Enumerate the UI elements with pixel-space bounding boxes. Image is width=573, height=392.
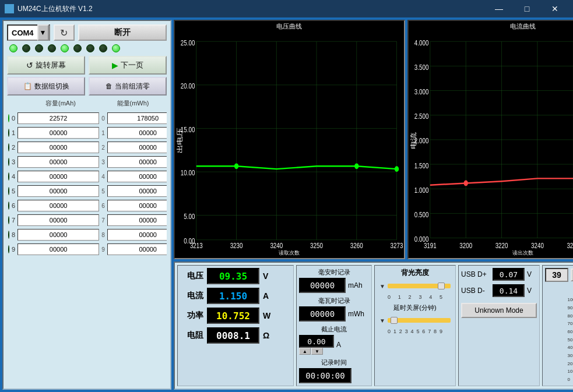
eng-input-3[interactable]	[107, 156, 167, 168]
row-num-6: 6	[12, 202, 15, 209]
row-num-1: 1	[12, 129, 15, 136]
maximize-button[interactable]: □	[514, 0, 540, 17]
data-rows: 0 0 1 1 2 2	[7, 111, 167, 385]
delay-thumb[interactable]	[391, 317, 398, 324]
indicator-6	[86, 44, 94, 52]
minimize-button[interactable]: —	[486, 0, 512, 17]
bl-track	[388, 284, 451, 288]
main-content: COM4 ▼ ↻ 断开 ↺	[0, 17, 573, 392]
indicator-4	[61, 44, 69, 52]
cap-input-1[interactable]	[17, 127, 99, 139]
usb-dm-unit: V	[527, 287, 532, 295]
eng-input-0[interactable]	[107, 112, 167, 124]
table-row: 8 8	[7, 228, 167, 242]
current-label: 电流	[180, 291, 203, 301]
row-num-8: 8	[12, 231, 15, 238]
usb-dm-row: USB D- V	[461, 284, 537, 297]
mwh-block: 毫瓦时记录 mWh	[299, 296, 369, 322]
cutoff-up[interactable]: ▲	[299, 348, 311, 355]
usb-dp-row: USB D+ V	[461, 268, 537, 281]
rotate-screen-label: 旋转屏幕	[36, 60, 66, 70]
eng-input-5[interactable]	[107, 185, 167, 197]
thermometer-panel: 39 °C 102 °F 0 10 20 30	[542, 265, 573, 386]
time-block: 记录时间	[299, 358, 369, 383]
com-port-dropdown[interactable]: ▼	[37, 24, 49, 41]
table-row: 7 7	[7, 213, 167, 227]
cap-input-6[interactable]	[17, 200, 99, 211]
svg-text:3213: 3213	[190, 242, 203, 249]
svg-text:3250: 3250	[310, 242, 323, 249]
cutoff-spinbox: ▲ ▼	[299, 335, 334, 355]
cap-input-7[interactable]	[17, 214, 99, 226]
window-controls: — □ ✕	[486, 0, 568, 17]
svg-text:25.00: 25.00	[181, 38, 195, 47]
eng-input-4[interactable]	[107, 171, 167, 182]
cap-header: 容量(mAh)	[29, 99, 92, 108]
rotate-screen-button[interactable]: ↺ 旋转屏幕	[7, 56, 85, 75]
svg-text:3.500: 3.500	[414, 63, 429, 72]
row-num-4: 4	[12, 173, 15, 180]
cutoff-block: 截止电流 ▲ ▼ A	[299, 325, 369, 355]
c-scale: 0 10 20 30 40 50 60 70 80 90 100	[567, 296, 573, 383]
eng-input-7[interactable]	[107, 214, 167, 226]
voltage-display: 09.35	[207, 268, 259, 284]
mwh-input[interactable]	[299, 306, 346, 322]
backlight-title: 背光亮度	[377, 268, 453, 278]
eng-input-1[interactable]	[107, 127, 167, 139]
indicator-3	[48, 44, 56, 52]
eng-input-9[interactable]	[107, 243, 167, 255]
power-value: 10.752	[216, 310, 250, 322]
row-num-7: 7	[12, 217, 15, 224]
cap-input-4[interactable]	[17, 171, 99, 182]
clear-group-label: 当前组清零	[115, 82, 150, 91]
data-switch-button[interactable]: 📋 数据组切换	[7, 77, 85, 96]
title-bar: UM24C上位机软件 V1.2 — □ ✕	[0, 0, 573, 17]
cutoff-label: 截止电流	[299, 325, 369, 334]
eng-input-8[interactable]	[107, 229, 167, 241]
app-icon	[5, 4, 14, 13]
refresh-button[interactable]: ↻	[54, 24, 75, 41]
svg-text:3200: 3200	[459, 242, 472, 249]
row-indicator-4	[8, 172, 9, 181]
bl-thumb[interactable]	[438, 282, 445, 289]
cap-input-9[interactable]	[17, 243, 99, 255]
eng-input-2[interactable]	[107, 142, 167, 153]
cap-input-0[interactable]	[17, 112, 99, 124]
delay-scale-labels: 0 1 2 3 4 5 6 7 8 9	[377, 329, 453, 334]
next-page-label: 下一页	[121, 60, 143, 70]
power-display: 10.752	[207, 308, 259, 324]
eng-input-6[interactable]	[107, 200, 167, 211]
indicator-8	[112, 44, 120, 52]
rotate-icon: ↺	[26, 61, 33, 70]
close-button[interactable]: ✕	[542, 0, 568, 17]
disconnect-button[interactable]: 断开	[78, 24, 167, 41]
celsius-value: 39	[545, 268, 568, 282]
mwh-label: 毫瓦时记录	[299, 296, 369, 305]
cutoff-input[interactable]	[299, 335, 334, 348]
clear-group-button[interactable]: 🗑 当前组清零	[89, 77, 167, 96]
mah-input[interactable]	[299, 278, 346, 293]
thermo-display: 0 10 20 30 40 50 60 70 80 90 100	[567, 284, 573, 383]
resistance-row: 电阻 0008.1 Ω	[180, 327, 291, 344]
usb-dm-label: USB D-	[461, 287, 490, 295]
table-row: 1 1	[7, 126, 167, 140]
cap-input-2[interactable]	[17, 142, 99, 153]
table-row: 4 4	[7, 169, 167, 183]
svg-text:3191: 3191	[424, 242, 437, 249]
celsius-thermo: 0 10 20 30 40 50 60 70 80 90 100	[567, 296, 573, 383]
celsius-unit-button[interactable]: °C	[571, 269, 573, 281]
row-num-3: 3	[12, 158, 15, 165]
current-value: 1.150	[219, 291, 247, 302]
svg-text:3260: 3260	[350, 242, 363, 249]
cap-input-3[interactable]	[17, 156, 99, 168]
unknown-mode-button[interactable]: Unknown Mode	[461, 303, 537, 318]
next-page-button[interactable]: ▶ 下一页	[89, 56, 167, 75]
row-indicator-9	[8, 245, 9, 253]
cutoff-down[interactable]: ▼	[311, 348, 323, 355]
measurements-panel: 电压 09.35 V 电流 1.150 A 功率	[177, 265, 294, 386]
svg-point-28	[395, 166, 399, 172]
mah-unit: mAh	[348, 281, 363, 289]
cap-input-5[interactable]	[17, 185, 99, 197]
cap-input-8[interactable]	[17, 229, 99, 241]
cutoff-unit: A	[336, 341, 341, 349]
